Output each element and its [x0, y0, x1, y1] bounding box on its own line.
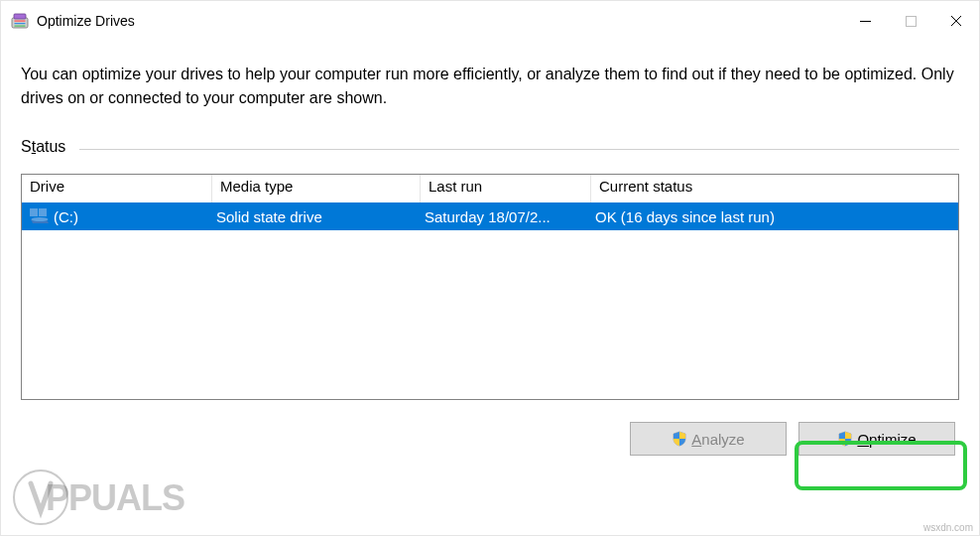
source-tag: wsxdn.com [923, 522, 973, 533]
optimize-button[interactable]: Optimize [798, 422, 955, 456]
svg-rect-1 [14, 14, 26, 19]
svg-rect-2 [15, 21, 26, 22]
svg-point-11 [32, 217, 49, 221]
current-status: OK (16 days since last run) [591, 208, 958, 225]
table-row[interactable]: (C:) Solid state drive Saturday 18/07/2.… [22, 202, 958, 230]
minimize-button[interactable] [842, 1, 888, 41]
svg-rect-6 [906, 16, 916, 26]
description-text: You can optimize your drives to help you… [21, 63, 959, 110]
svg-rect-9 [30, 208, 38, 216]
status-section-header: Status [21, 138, 959, 156]
section-divider [79, 149, 959, 150]
titlebar: Optimize Drives [1, 1, 979, 41]
close-button[interactable] [933, 1, 979, 41]
shield-icon [837, 431, 853, 447]
media-type: Solid state drive [212, 208, 421, 225]
action-buttons: Analyze Optimize [21, 422, 959, 456]
analyze-button: Analyze [630, 422, 787, 456]
window-title: Optimize Drives [37, 13, 135, 29]
app-icon [11, 12, 29, 30]
col-header-last[interactable]: Last run [421, 175, 591, 202]
status-label: Status [21, 138, 65, 156]
maximize-button [888, 1, 933, 41]
svg-point-12 [14, 470, 67, 524]
watermark: PPUALS [1, 446, 209, 535]
col-header-drive[interactable]: Drive [22, 175, 212, 202]
list-header: Drive Media type Last run Current status [22, 175, 958, 202]
svg-rect-10 [39, 208, 47, 216]
drive-icon [30, 208, 50, 224]
col-header-status[interactable]: Current status [591, 175, 958, 202]
col-header-media[interactable]: Media type [212, 175, 421, 202]
svg-rect-4 [15, 26, 26, 27]
svg-rect-3 [15, 23, 26, 24]
drive-name: (C:) [54, 208, 78, 225]
drives-list[interactable]: Drive Media type Last run Current status… [21, 174, 959, 400]
shield-icon [672, 431, 687, 447]
last-run: Saturday 18/07/2... [421, 208, 591, 225]
window-controls [842, 1, 979, 41]
